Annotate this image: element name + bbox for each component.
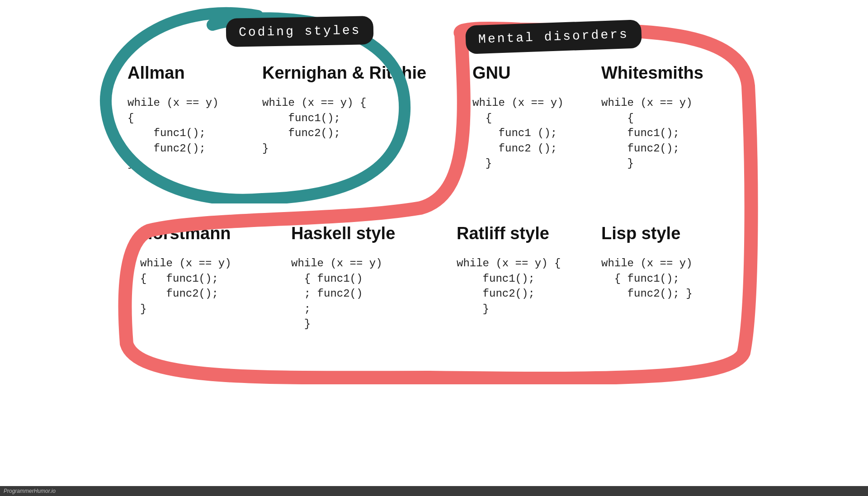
style-code: while (x == y) { func1() ; func2() ; } xyxy=(291,256,395,332)
style-horstmann: Horstmann while (x == y) { func1(); func… xyxy=(140,224,231,316)
style-code: while (x == y) { func1(); func2(); } xyxy=(127,95,219,171)
style-title: Allman xyxy=(127,63,219,83)
style-title: Ratliff style xyxy=(457,224,561,243)
style-lisp: Lisp style while (x == y) { func1(); fun… xyxy=(601,224,693,302)
style-title: Lisp style xyxy=(601,224,693,243)
footer-watermark: ProgrammerHumor.io xyxy=(0,486,868,496)
style-title: Haskell style xyxy=(291,224,395,243)
style-title: Kernighan & Ritchie xyxy=(262,63,426,83)
style-code: while (x == y) { func1(); func2(); } xyxy=(262,95,426,156)
style-title: GNU xyxy=(472,63,564,83)
style-gnu: GNU while (x == y) { func1 (); func2 ();… xyxy=(472,63,564,171)
style-title: Whitesmiths xyxy=(601,63,703,83)
label-mental-disorders: Mental disorders xyxy=(465,19,642,54)
style-haskell: Haskell style while (x == y) { func1() ;… xyxy=(291,224,395,332)
meme-canvas: Coding styles Mental disorders Allman wh… xyxy=(95,0,773,389)
style-code: while (x == y) { func1(); func2(); } xyxy=(601,95,703,171)
style-code: while (x == y) { func1 (); func2 (); } xyxy=(472,95,564,171)
style-code: while (x == y) { func1(); func2(); } xyxy=(601,256,693,302)
style-title: Horstmann xyxy=(140,224,231,243)
style-ratliff: Ratliff style while (x == y) { func1(); … xyxy=(457,224,561,316)
label-coding-styles: Coding styles xyxy=(226,16,373,47)
style-whitesmiths: Whitesmiths while (x == y) { func1(); fu… xyxy=(601,63,703,171)
style-kernighan-ritchie: Kernighan & Ritchie while (x == y) { fun… xyxy=(262,63,426,156)
style-allman: Allman while (x == y) { func1(); func2()… xyxy=(127,63,219,171)
style-code: while (x == y) { func1(); func2(); } xyxy=(457,256,561,316)
style-code: while (x == y) { func1(); func2(); } xyxy=(140,256,231,316)
